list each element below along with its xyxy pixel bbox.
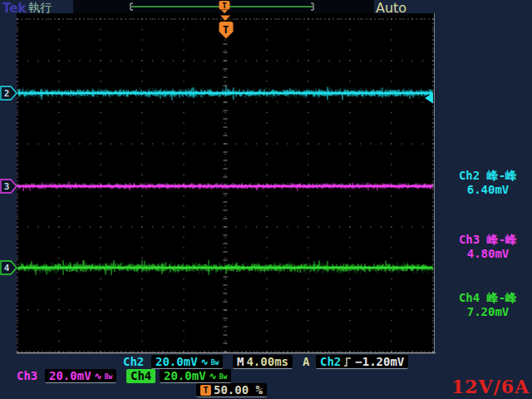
run-status-label: 執行 (28, 1, 52, 16)
ch3-scale-value: 20.0mV (49, 369, 91, 382)
measurement-ch2-type: 峰-峰 (487, 169, 517, 182)
timebase-chip: M 4.00ms (233, 355, 293, 369)
ac-coupling-icon: ∿ (201, 357, 209, 367)
ch4-selected-chip: Ch4 (126, 369, 155, 383)
measurement-ch2: Ch2 峰-峰 6.40mV (444, 169, 532, 197)
watermark-label: 12V/6A (451, 376, 530, 397)
ch3-scale-chip: 20.0mV ∿ Bw (45, 369, 116, 383)
trigger-position-chip: T 50.00 % (196, 383, 267, 397)
ch2-scale-chip: 20.0mV ∿ Bw (151, 355, 223, 369)
measurement-ch4-type: 峰-峰 (487, 291, 517, 304)
oscilloscope-screen: TT234 Tek 執行 Auto Ch2 峰-峰 6.40mV Ch3 峰-峰… (0, 0, 532, 399)
trigger-t-icon: T (200, 385, 211, 396)
record-view-bar: T (73, 0, 374, 13)
measurement-ch3-channel: Ch3 (459, 233, 480, 246)
ch4-scale-chip: 20.0mV ∿ Bw (160, 369, 231, 383)
ch2-scale-value: 20.0mV (155, 355, 198, 368)
ch4-baseline-marker: 4 (1, 261, 17, 274)
timebase-value: 4.00ms (246, 355, 288, 368)
svg-text:T: T (222, 2, 227, 10)
bandwidth-limit-icon: Bw (219, 373, 228, 381)
trigger-position-value: 50.00 % (214, 383, 263, 397)
measurement-ch4-title: Ch4 峰-峰 (444, 291, 532, 305)
tek-logo: Tek (2, 1, 26, 16)
trigger-readout-chip: Ch2 −1.20mV (316, 355, 408, 369)
ch3-readout-label: Ch3 (17, 369, 37, 382)
ch2-baseline-marker: 2 (1, 86, 17, 100)
measurement-ch2-title: Ch2 峰-峰 (444, 169, 532, 183)
ac-coupling-icon: ∿ (209, 371, 217, 382)
ch2-readout-label: Ch2 (123, 355, 144, 368)
measurement-ch4-value: 7.20mV (444, 305, 532, 319)
svg-text:4: 4 (4, 263, 10, 273)
trigger-source-prefix: A (303, 355, 309, 368)
measurement-ch2-value: 6.40mV (444, 183, 532, 197)
svg-text:T: T (223, 24, 229, 36)
measurement-ch2-channel: Ch2 (459, 169, 480, 182)
bandwidth-limit-icon: Bw (211, 359, 219, 367)
ac-coupling-icon: ∿ (95, 371, 102, 382)
trigger-source: Ch2 (320, 355, 341, 368)
ch4-readout-label: Ch4 (131, 369, 151, 382)
scope-display: TT234 (0, 0, 532, 399)
ch4-scale-value: 20.0mV (164, 369, 206, 382)
measurement-ch4-channel: Ch4 (459, 291, 480, 304)
bandwidth-limit-icon: Bw (105, 373, 113, 381)
measurement-ch3-type: 峰-峰 (487, 233, 517, 246)
measurement-ch4: Ch4 峰-峰 7.20mV (444, 291, 532, 319)
svg-text:2: 2 (4, 88, 10, 99)
measurement-ch3: Ch3 峰-峰 4.80mV (444, 233, 532, 261)
measurement-ch3-title: Ch3 峰-峰 (444, 233, 532, 247)
timebase-prefix: M (237, 355, 244, 368)
trigger-level-value: −1.20mV (355, 355, 404, 368)
measurement-ch3-value: 4.80mV (444, 247, 532, 261)
trigger-mode-label: Auto (376, 0, 406, 16)
ch3-baseline-marker: 3 (1, 180, 17, 193)
rising-edge-icon (343, 357, 352, 367)
svg-text:3: 3 (4, 181, 10, 192)
